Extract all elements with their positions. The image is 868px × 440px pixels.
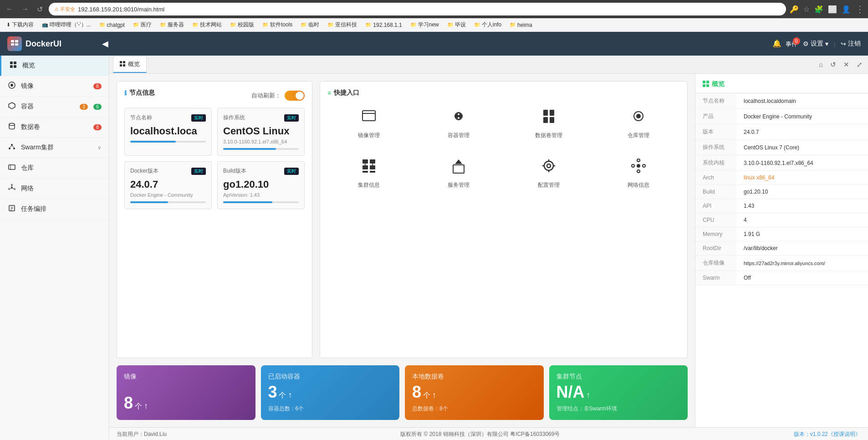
quick-images[interactable]: 镜像管理 (327, 102, 410, 145)
svg-point-19 (11, 184, 13, 186)
overview-table: 节点名称 localhost.localdomain 产品 Docker Eng… (695, 93, 868, 285)
logout-button[interactable]: ↪ 注销 (841, 40, 861, 48)
svg-rect-2 (11, 43, 14, 46)
tab-home-button[interactable]: ⌂ (817, 60, 825, 70)
node-card-header: 节点名称 实时 (130, 114, 206, 122)
bookmark-heima[interactable]: 📁 heima (507, 21, 535, 29)
bookmark-yasin[interactable]: 📁 亚信科技 (325, 20, 360, 30)
svg-point-53 (547, 164, 551, 168)
bookmark-label: 亚信科技 (335, 21, 357, 29)
sidebar-item-overview[interactable]: 概览 (0, 56, 109, 76)
swarm-icon (7, 143, 16, 152)
quick-service[interactable]: 服务管理 (418, 152, 500, 194)
svg-point-10 (9, 123, 15, 126)
sidebar-item-volumes[interactable]: 数据卷 8 (0, 117, 109, 138)
svg-point-41 (637, 114, 640, 118)
app-container: DockerUI ◀ 🔔 0 事件 ⚙ 设置 ▾ | ↪ 注销 (0, 32, 868, 440)
logo-icon (7, 36, 22, 51)
quick-config[interactable]: 配置管理 (507, 152, 590, 194)
svg-rect-42 (363, 159, 368, 164)
tab-close-button[interactable]: ✕ (842, 60, 851, 70)
row-value: 1.91 G (736, 227, 868, 241)
bell-button[interactable]: 🔔 0 事件 (772, 39, 797, 48)
svg-rect-38 (543, 117, 548, 123)
bookmark-server[interactable]: 📁 服务器 (157, 20, 187, 30)
back-button[interactable]: ← (4, 4, 15, 14)
bilibili-icon: 📺 (42, 22, 48, 28)
svg-line-15 (12, 146, 14, 148)
settings-button[interactable]: ⚙ 设置 ▾ (803, 40, 828, 48)
sidebar-item-containers[interactable]: 容器 3 6 (0, 97, 109, 117)
row-label: 版本 (695, 124, 736, 140)
sidebar-overview-label: 概览 (22, 61, 102, 70)
sidebar-toggle-button[interactable]: ◀ (98, 37, 112, 51)
quick-volumes[interactable]: 数据卷管理 (507, 102, 590, 145)
bookmark-learn[interactable]: 📁 学习new (408, 20, 442, 30)
stat-cluster-title: 集群节点 (557, 373, 681, 381)
bookmark-medical[interactable]: 📁 医疗 (130, 20, 154, 30)
bookmark-temp[interactable]: 📁 临时 (298, 20, 322, 30)
registry-mgmt-icon (630, 108, 647, 128)
sidebar-item-registry[interactable]: 仓库 (0, 158, 109, 179)
table-row: Swarm Off (695, 271, 868, 285)
stat-cluster-value: N/A (557, 383, 585, 401)
stat-images-title: 镜像 (124, 373, 248, 381)
node-docker-card: Docker版本 实时 24.0.7 Docker Engine - Commu… (124, 161, 212, 209)
row-value: 1.43 (736, 199, 868, 213)
row-label: 操作系统 (695, 140, 736, 155)
bookmark-label: 技术网站 (200, 21, 222, 29)
stat-volumes-value: 8 (412, 383, 421, 401)
window-icon[interactable]: ⬜ (828, 5, 837, 14)
menu-icon[interactable]: ⋮ (855, 4, 864, 15)
bookmark-personal[interactable]: 📁 个人info (471, 20, 504, 30)
svg-line-23 (13, 188, 14, 189)
bookmark-bilibili[interactable]: 📺 哔哩哔哩（'-'）... (39, 20, 94, 30)
sidebar: 概览 镜像 8 容器 3 (0, 56, 109, 440)
svg-rect-39 (550, 117, 554, 123)
bookmark-thesis[interactable]: 📁 毕设 (444, 20, 469, 30)
bookmark-label: 学习new (418, 21, 439, 29)
svg-rect-70 (706, 84, 709, 87)
auto-refresh-toggle[interactable] (285, 91, 305, 101)
bookmark-router[interactable]: 📁 192.168.1.1 (363, 21, 404, 29)
bookmark-tech[interactable]: 📁 技术网站 (189, 20, 225, 30)
sidebar-item-tasks[interactable]: 任务编排 (0, 199, 109, 220)
service-label: 服务管理 (448, 181, 470, 189)
bookmark-campus[interactable]: 📁 校园版 (227, 20, 257, 30)
quick-containers[interactable]: 容器管理 (418, 102, 500, 145)
svg-rect-36 (543, 110, 548, 116)
address-text: 192.168.159.201:8010/main.html (78, 6, 164, 13)
tab-maximize-button[interactable]: ⤢ (855, 60, 864, 70)
tab-overview[interactable]: 概览 (113, 56, 147, 73)
key-icon[interactable]: 🔑 (790, 5, 799, 14)
quick-network[interactable]: 网络信息 (597, 152, 680, 194)
bookmark-label: 毕设 (455, 21, 466, 29)
extension-icon[interactable]: 🧩 (814, 5, 823, 14)
quick-cluster[interactable]: 集群信息 (327, 152, 410, 194)
bookmark-chatgpt[interactable]: 📁 chatgpt (97, 21, 128, 29)
reload-button[interactable]: ↺ (35, 4, 45, 15)
version[interactable]: 版本：v1.0.22《授课说明》 (794, 430, 861, 438)
svg-rect-67 (703, 81, 705, 83)
right-panel-header: 概览 (695, 74, 868, 93)
forward-button[interactable]: → (19, 4, 31, 14)
row-value: /var/lib/docker (736, 241, 868, 256)
quick-registry[interactable]: 仓库管理 (597, 102, 680, 145)
bookmark-label: 服务器 (168, 21, 184, 29)
bookmark-tools[interactable]: 📁 软件tools (260, 20, 295, 30)
node-build-sub: ApiVersion: 1.43 (223, 192, 299, 198)
app-title: DockerUI (26, 39, 61, 49)
bookmark-download[interactable]: ⬇ 下载内容 (4, 20, 36, 30)
row-label: Swarm (695, 271, 736, 285)
sidebar-item-swarm[interactable]: Swarm集群 ∨ (0, 138, 109, 158)
star-icon[interactable]: ☆ (803, 5, 810, 14)
tab-refresh-button[interactable]: ↺ (828, 60, 838, 70)
sidebar-item-network[interactable]: 网络 (0, 179, 109, 199)
address-bar[interactable]: ⚠ 不安全 192.168.159.201:8010/main.html (49, 3, 786, 15)
bookmarks-bar: ⬇ 下载内容 📺 哔哩哔哩（'-'）... 📁 chatgpt 📁 医疗 📁 服… (0, 18, 868, 32)
sidebar-item-images[interactable]: 镜像 8 (0, 76, 109, 97)
table-row: 节点名称 localhost.localdomain (695, 93, 868, 109)
config-label: 配置管理 (538, 181, 560, 189)
profile-icon[interactable]: 👤 (842, 5, 851, 14)
row-value: 3.10.0-1160.92.1.el7.x86_64 (736, 155, 868, 171)
